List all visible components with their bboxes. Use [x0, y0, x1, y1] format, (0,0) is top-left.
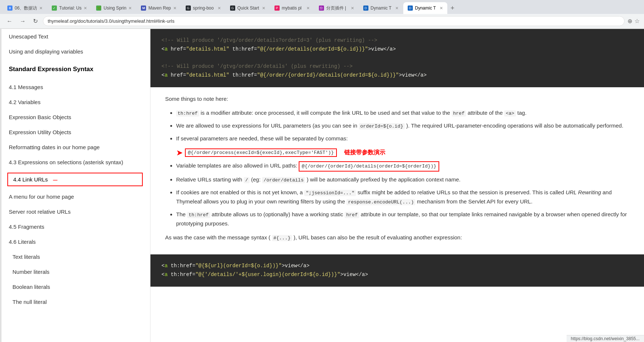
- sidebar-item-text-literals[interactable]: Text literals: [0, 249, 150, 264]
- address-bar: ← → ↻ ⊕ ☆: [0, 14, 644, 29]
- sidebar-item-variables[interactable]: 4.2 Variables: [0, 95, 150, 110]
- tab-bar: 0 06、数据访 ✕ ✓ Tutorial: Us ✕ 🌿 Using Spri…: [0, 0, 644, 14]
- new-tab-button[interactable]: +: [448, 3, 458, 14]
- tab-close-7[interactable]: ✕: [304, 6, 310, 11]
- content-body: Some things to note here: th:href is a m…: [150, 87, 644, 254]
- sidebar-left-border: [0, 29, 1, 342]
- sidebar-item-reformatting-dates[interactable]: Reformatting dates in our home page: [0, 140, 150, 155]
- tab-close-1[interactable]: ✕: [37, 6, 43, 11]
- status-url: https://blog.csdn.net/weixin_3855...: [571, 336, 640, 341]
- code-annotation-1: @{/order/process(execId=${execId},execTy…: [185, 148, 337, 157]
- annotation-label-1: 链接带参数演示: [344, 149, 385, 157]
- code-block-2: <a th:href="@{${url}(orderId=${o.id})}">…: [150, 254, 644, 287]
- tab-9[interactable]: D Dynamic T ✕: [359, 2, 403, 14]
- back-button[interactable]: ←: [4, 16, 15, 26]
- sidebar-item-messages[interactable]: 4.1 Messages: [0, 80, 150, 95]
- link-urls-marker: —: [53, 177, 57, 183]
- tab-close-4[interactable]: ✕: [171, 6, 177, 11]
- sidebar-item-link-urls[interactable]: 4.4 Link URLs —: [7, 173, 143, 186]
- sidebar-item-standard-expression-syntax[interactable]: Standard Expression Syntax: [0, 59, 150, 80]
- sidebar-item-null-literal[interactable]: The null literal: [0, 294, 150, 309]
- sidebar-item-using-displaying[interactable]: Using and displaying variables: [0, 44, 150, 59]
- bullet-1: th:href is a modifier attribute: once pr…: [176, 109, 629, 118]
- sidebar-item-server-root-relative[interactable]: Server root relative URLs: [0, 204, 150, 219]
- tab-1[interactable]: 0 06、数据访 ✕: [3, 2, 47, 14]
- bookmark-icon[interactable]: ☆: [634, 18, 640, 25]
- sidebar-item-expression-utility-objects[interactable]: Expression Utility Objects: [0, 125, 150, 140]
- sidebar-item-link-urls-wrapper: 4.4 Link URLs —: [0, 170, 150, 189]
- sidebar-item-literals[interactable]: 4.6 Literals: [0, 234, 150, 249]
- tab-5[interactable]: G spring-boo ✕: [181, 2, 225, 14]
- tab-close-3[interactable]: ✕: [126, 6, 132, 11]
- bullet-7: The th:href attribute allows us to (opti…: [176, 210, 629, 228]
- sidebar-item-unescaped-text[interactable]: Unescaped Text: [0, 29, 150, 44]
- address-right: ⊕ ☆: [627, 18, 640, 25]
- tab-3[interactable]: 🌿 Using Sprin ✕: [92, 2, 136, 14]
- bullet-5: Relative URLs starting with / (eg: /orde…: [176, 175, 629, 184]
- sidebar-item-expressions-on-selections[interactable]: 4.3 Expressions on selections (asterisk …: [0, 155, 150, 170]
- sidebar-item-menu-home[interactable]: A menu for our home page: [0, 189, 150, 204]
- sidebar-item-expression-basic-objects[interactable]: Expression Basic Objects: [0, 110, 150, 125]
- reload-button[interactable]: ↻: [31, 16, 40, 26]
- translate-icon[interactable]: ⊕: [627, 18, 632, 25]
- intro-text: Some things to note here:: [165, 95, 629, 103]
- bullet-6: If cookies are not enabled or this is no…: [176, 188, 629, 206]
- status-bar: https://blog.csdn.net/weixin_3855...: [567, 335, 644, 342]
- sidebar-item-fragments[interactable]: 4.5 Fragments: [0, 219, 150, 234]
- tab-close-2[interactable]: ✕: [81, 6, 87, 11]
- address-input[interactable]: [43, 16, 625, 26]
- tab-close-10[interactable]: ✕: [437, 6, 443, 11]
- bullet-2: We are allowed to use expressions for UR…: [176, 121, 629, 130]
- tab-8[interactable]: 分 分页插件 | ✕: [314, 2, 359, 14]
- tab-close-8[interactable]: ✕: [349, 6, 354, 11]
- tab-close-9[interactable]: ✕: [393, 6, 399, 11]
- code-block-1: <!-- Will produce '/gtvg/order/details?o…: [150, 29, 644, 87]
- tab-close-5[interactable]: ✕: [215, 6, 221, 11]
- tab-2[interactable]: ✓ Tutorial: Us ✕: [47, 2, 91, 14]
- red-arrow-icon: ➤: [176, 148, 183, 158]
- bullet-list: th:href is a modifier attribute: once pr…: [176, 109, 629, 143]
- tab-close-6[interactable]: ✕: [260, 6, 265, 11]
- forward-button[interactable]: →: [18, 16, 28, 26]
- tab-10[interactable]: D Dynamic T ✕: [403, 2, 447, 14]
- tab-6[interactable]: G Quick Start ✕: [226, 2, 270, 14]
- content-area: <!-- Will produce '/gtvg/order/details?o…: [150, 29, 644, 342]
- message-syntax-paragraph: As was the case with the message syntax …: [165, 233, 629, 242]
- code-annotation-2: @{/order/{orderId}/details(orderId=${ord…: [299, 161, 439, 172]
- bullet-3: If several parameters are needed, these …: [176, 134, 629, 143]
- bullet-4: Variable templates are also allowed in U…: [176, 161, 629, 172]
- sidebar: Unescaped Text Using and displaying vari…: [0, 29, 150, 342]
- sidebar-item-boolean-literals[interactable]: Boolean literals: [0, 279, 150, 294]
- tab-4[interactable]: M Maven Rep ✕: [137, 2, 181, 14]
- sidebar-item-number-literals[interactable]: Number literals: [0, 264, 150, 279]
- tab-7[interactable]: P mybatis pl ✕: [270, 2, 314, 14]
- bullet-list-2: Variable templates are also allowed in U…: [176, 161, 629, 228]
- main-layout: Unescaped Text Using and displaying vari…: [0, 29, 644, 342]
- annotation-row-1: ➤ @{/order/process(execId=${execId},exec…: [176, 148, 629, 158]
- browser-chrome: 0 06、数据访 ✕ ✓ Tutorial: Us ✕ 🌿 Using Spri…: [0, 0, 644, 29]
